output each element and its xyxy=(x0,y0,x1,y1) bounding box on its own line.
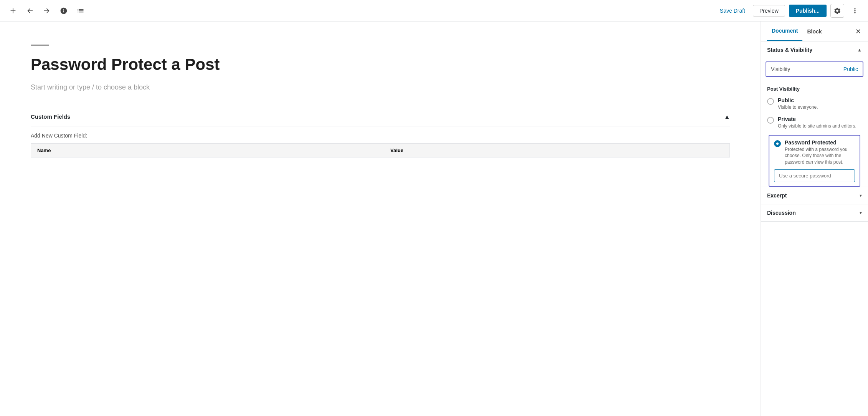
radio-option-password-inner: Password Protected Protected with a pass… xyxy=(774,139,855,166)
tab-document[interactable]: Document xyxy=(767,22,802,41)
undo-icon xyxy=(26,7,34,15)
main-layout: Password Protect a Post Start writing or… xyxy=(0,22,868,416)
radio-private-content: Private Only visible to site admins and … xyxy=(778,116,862,129)
title-separator xyxy=(31,45,49,46)
discussion-header[interactable]: Discussion ▾ xyxy=(761,204,868,221)
undo-button[interactable] xyxy=(23,4,37,18)
sidebar-header: Document Block ✕ xyxy=(761,22,868,41)
radio-public[interactable] xyxy=(767,98,774,105)
excerpt-panel: Excerpt ▾ xyxy=(761,187,868,204)
tab-block[interactable]: Block xyxy=(802,22,826,41)
sidebar: Document Block ✕ Status & Visibility ▲ V… xyxy=(761,22,868,416)
visibility-label: Visibility xyxy=(771,66,790,72)
more-options-button[interactable] xyxy=(848,4,862,18)
radio-public-desc: Visible to everyone. xyxy=(778,104,862,111)
settings-button[interactable] xyxy=(830,4,844,18)
toolbar: Save Draft Preview Publish... xyxy=(0,0,868,22)
plus-icon xyxy=(9,7,17,15)
radio-private-label: Private xyxy=(778,116,862,122)
toolbar-right: Save Draft Preview Publish... xyxy=(716,4,862,18)
radio-public-content: Public Visible to everyone. xyxy=(778,97,862,111)
radio-password-desc: Protected with a password you choose. On… xyxy=(785,146,855,166)
save-draft-button[interactable]: Save Draft xyxy=(716,5,749,16)
add-block-button[interactable] xyxy=(6,4,20,18)
gear-icon xyxy=(833,7,841,15)
post-title[interactable]: Password Protect a Post xyxy=(31,55,730,74)
status-visibility-panel: Status & Visibility ▲ Visibility Public … xyxy=(761,41,868,187)
radio-private-desc: Only visible to site admins and editors. xyxy=(778,123,862,129)
custom-fields-toggle-icon: ▲ xyxy=(724,113,730,120)
publish-button[interactable]: Publish... xyxy=(789,5,827,17)
radio-option-password[interactable]: Password Protected Protected with a pass… xyxy=(769,135,860,187)
add-field-label: Add New Custom Field: xyxy=(31,133,730,139)
col-name-header: Name xyxy=(31,144,384,157)
status-visibility-header[interactable]: Status & Visibility ▲ xyxy=(761,41,868,58)
visibility-value[interactable]: Public xyxy=(843,66,858,72)
close-sidebar-button[interactable]: ✕ xyxy=(853,26,863,37)
password-input[interactable] xyxy=(774,169,855,182)
block-navigation-button[interactable] xyxy=(74,4,87,18)
status-visibility-title: Status & Visibility xyxy=(767,47,812,53)
radio-password-label: Password Protected xyxy=(785,139,855,146)
post-visibility-title: Post Visibility xyxy=(767,86,862,92)
col-value-header: Value xyxy=(384,144,730,157)
custom-fields-title: Custom Fields xyxy=(31,113,70,120)
custom-fields-header[interactable]: Custom Fields ▲ xyxy=(31,113,730,126)
radio-option-public[interactable]: Public Visible to everyone. xyxy=(767,97,862,111)
excerpt-header[interactable]: Excerpt ▾ xyxy=(761,187,868,204)
discussion-chevron: ▾ xyxy=(860,210,862,215)
redo-button[interactable] xyxy=(40,4,54,18)
discussion-title: Discussion xyxy=(767,210,796,216)
redo-icon xyxy=(43,7,51,15)
info-icon xyxy=(60,7,68,15)
editor-area[interactable]: Password Protect a Post Start writing or… xyxy=(0,22,761,416)
post-visibility-sub: Post Visibility Public Visible to everyo… xyxy=(761,81,868,187)
discussion-panel: Discussion ▾ xyxy=(761,204,868,222)
list-icon xyxy=(77,7,84,15)
info-button[interactable] xyxy=(57,4,71,18)
radio-private[interactable] xyxy=(767,117,774,124)
post-placeholder[interactable]: Start writing or type / to choose a bloc… xyxy=(31,83,730,91)
more-vertical-icon xyxy=(851,7,859,15)
toolbar-left xyxy=(6,4,716,18)
excerpt-title: Excerpt xyxy=(767,192,787,199)
excerpt-chevron: ▾ xyxy=(860,193,862,198)
status-visibility-chevron: ▲ xyxy=(857,47,862,53)
radio-public-label: Public xyxy=(778,97,862,103)
radio-password-content: Password Protected Protected with a pass… xyxy=(785,139,855,166)
visibility-row[interactable]: Visibility Public xyxy=(766,61,863,77)
custom-fields-table: Name Value xyxy=(31,143,730,157)
custom-fields-section: Custom Fields ▲ Add New Custom Field: Na… xyxy=(31,107,730,157)
preview-button[interactable]: Preview xyxy=(753,5,785,17)
radio-password[interactable] xyxy=(774,140,781,147)
custom-fields-content: Add New Custom Field: Name Value xyxy=(31,126,730,157)
radio-option-private[interactable]: Private Only visible to site admins and … xyxy=(767,116,862,129)
